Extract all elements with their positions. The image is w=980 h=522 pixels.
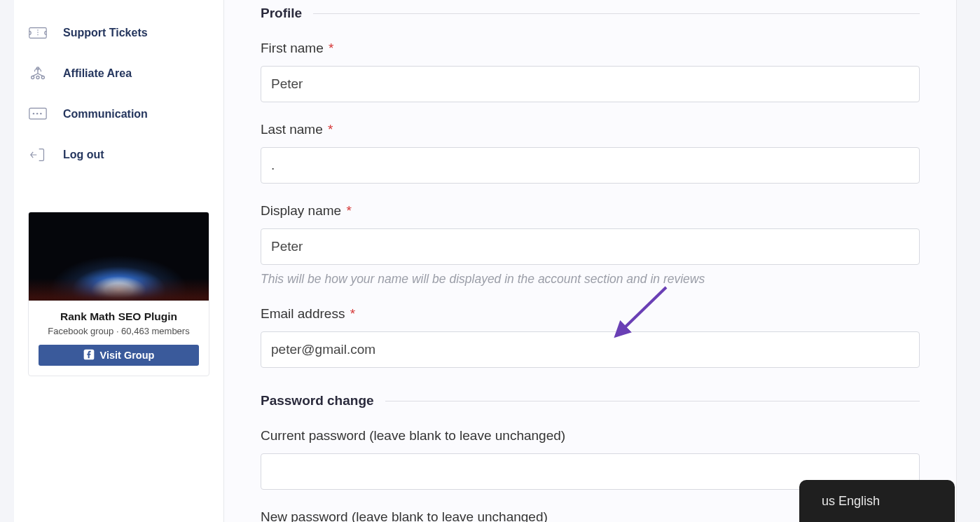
required-marker: *: [350, 306, 355, 321]
svg-point-5: [41, 76, 44, 78]
language-switcher[interactable]: us English: [799, 480, 955, 522]
sidebar-item-communication[interactable]: Communication: [28, 94, 209, 135]
display-name-input[interactable]: [261, 228, 920, 265]
divider: [313, 13, 920, 14]
promo-title: Rank Math SEO Plugin: [29, 310, 209, 323]
language-label: us English: [822, 494, 880, 509]
email-input[interactable]: [261, 331, 920, 368]
first-name-field: First name *: [261, 41, 920, 102]
ticket-icon: [28, 25, 48, 41]
profile-section-title: Profile: [261, 6, 302, 21]
label-text: First name: [261, 41, 324, 55]
first-name-label: First name *: [261, 41, 333, 55]
facebook-icon: [83, 349, 95, 362]
first-name-input[interactable]: [261, 66, 920, 102]
account-sidebar: Support Tickets Affiliate Area Communica…: [14, 0, 224, 522]
label-text: Email address: [261, 306, 345, 321]
email-label: Email address *: [261, 306, 355, 321]
new-password-label: New password (leave blank to leave uncha…: [261, 509, 548, 522]
last-name-field: Last name *: [261, 122, 920, 184]
svg-point-9: [40, 113, 41, 114]
password-section-header: Password change: [261, 393, 920, 408]
promo-subtitle: Facebook group · 60,463 members: [29, 326, 209, 336]
sidebar-item-label: Log out: [63, 149, 104, 161]
sidebar-item-affiliate-area[interactable]: Affiliate Area: [28, 53, 209, 94]
label-text: Last name: [261, 122, 323, 137]
display-name-hint: This will be how your name will be displ…: [261, 272, 920, 287]
sidebar-nav: Support Tickets Affiliate Area Communica…: [28, 13, 209, 175]
profile-form: Profile First name * Last name * Display…: [224, 0, 957, 522]
required-marker: *: [346, 203, 351, 218]
last-name-input[interactable]: [261, 147, 920, 184]
password-section-title: Password change: [261, 393, 374, 408]
sidebar-item-support-tickets[interactable]: Support Tickets: [28, 13, 209, 53]
required-marker: *: [329, 41, 333, 55]
sidebar-item-label: Support Tickets: [63, 27, 148, 39]
chat-icon: [28, 107, 48, 122]
sidebar-item-label: Affiliate Area: [63, 67, 132, 80]
logout-icon: [28, 147, 48, 163]
display-name-label: Display name *: [261, 203, 352, 218]
label-text: Display name: [261, 203, 341, 218]
last-name-label: Last name *: [261, 122, 333, 137]
promo-image: [29, 212, 209, 301]
svg-point-3: [32, 76, 34, 78]
required-marker: *: [328, 122, 333, 137]
svg-point-8: [36, 113, 38, 114]
promo-card: Rank Math SEO Plugin Facebook group · 60…: [28, 212, 209, 376]
page-right-gutter: [957, 0, 980, 522]
promo-button-label: Visit Group: [100, 350, 155, 361]
divider: [385, 401, 920, 401]
current-password-label: Current password (leave blank to leave u…: [261, 428, 565, 443]
email-field: Email address *: [261, 306, 920, 368]
page-left-gutter: [0, 0, 14, 522]
profile-section-header: Profile: [261, 6, 920, 21]
svg-point-7: [33, 113, 34, 114]
svg-point-4: [36, 76, 39, 78]
visit-group-button[interactable]: Visit Group: [39, 345, 199, 366]
network-icon: [28, 66, 48, 81]
sidebar-item-logout[interactable]: Log out: [28, 135, 209, 175]
sidebar-item-label: Communication: [63, 108, 148, 121]
display-name-field: Display name * This will be how your nam…: [261, 203, 920, 287]
